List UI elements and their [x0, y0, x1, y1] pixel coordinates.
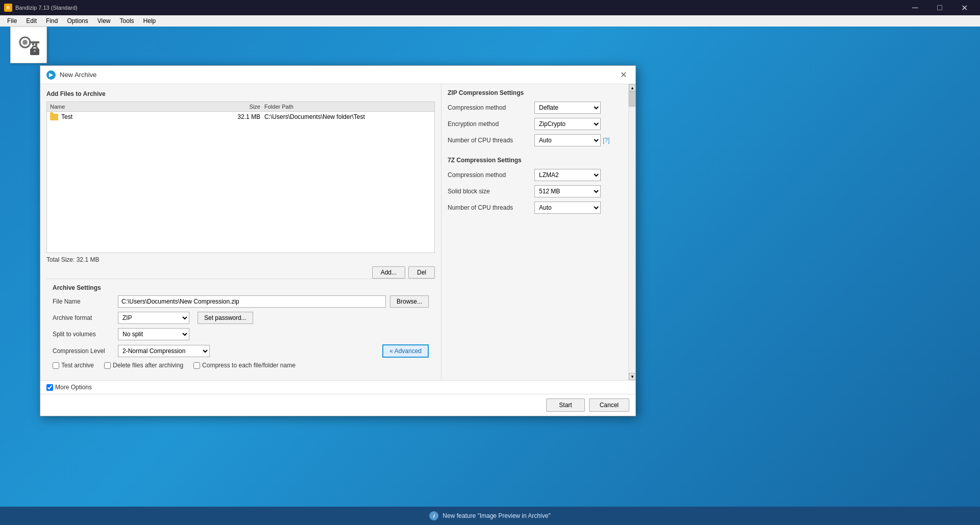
scroll-up-arrow[interactable]: ▲ — [629, 84, 635, 91]
add-files-section-title: Add Files to Archive — [46, 90, 435, 97]
close-window-button[interactable]: ✕ — [952, 0, 976, 15]
7z-solid-block-label: Solid block size — [448, 188, 534, 195]
file-list-header: Name Size Folder Path — [47, 102, 434, 112]
file-buttons: Add... Del — [46, 266, 435, 279]
dialog-title: New Archive — [60, 71, 96, 79]
cancel-button[interactable]: Cancel — [589, 398, 629, 412]
test-archive-checkbox-item[interactable]: Test archive — [53, 362, 94, 369]
titlebar-left: B Bandizip 7.13 (Standard) — [4, 4, 78, 12]
menu-view[interactable]: View — [93, 16, 115, 26]
split-volumes-label: Split to volumes — [53, 331, 114, 338]
more-options-checkbox[interactable] — [46, 384, 53, 391]
more-options-checkbox-item[interactable]: More Options — [46, 384, 92, 391]
menu-file[interactable]: File — [3, 16, 21, 26]
archive-format-label: Archive format — [53, 314, 114, 321]
app-logo-svg — [16, 32, 41, 58]
zip-cpu-threads-label: Number of CPU threads — [448, 137, 534, 144]
status-icon: i — [429, 511, 438, 520]
file-row[interactable]: Test 32.1 MB C:\Users\Documents\New fold… — [47, 112, 434, 122]
file-size: 32.1 MB — [237, 113, 260, 120]
zip-encryption-method-select[interactable]: ZipCrypto AES-128 AES-256 — [534, 118, 601, 130]
svg-point-7 — [34, 50, 36, 52]
svg-point-1 — [22, 40, 28, 45]
menu-options[interactable]: Options — [63, 16, 92, 26]
menu-edit[interactable]: Edit — [22, 16, 41, 26]
right-panel: ▲ ▼ ZIP Compression Settings Compression… — [442, 84, 635, 380]
zip-section-title: ZIP Compression Settings — [448, 89, 629, 96]
more-options-row: More Options — [40, 380, 635, 394]
compression-level-label: Compression Level — [53, 347, 114, 355]
app-icon: B — [4, 4, 12, 12]
add-button[interactable]: Add... — [372, 266, 405, 279]
delete-files-checkbox-item[interactable]: Delete files after archiving — [104, 362, 183, 369]
file-path: C:\Users\Documents\New folder\Test — [264, 113, 365, 120]
compress-each-label: Compress to each file/folder name — [202, 362, 296, 369]
archive-format-select[interactable]: ZIP 7Z TAR GZ — [118, 312, 189, 324]
filename-label: File Name — [53, 298, 114, 305]
col-header-size: Size — [229, 104, 264, 110]
set-password-button[interactable]: Set password... — [198, 312, 253, 324]
total-size: Total Size: 32.1 MB — [46, 256, 435, 263]
scrollbar-thumb[interactable] — [629, 91, 635, 107]
compress-each-checkbox[interactable] — [193, 362, 200, 369]
svg-rect-3 — [35, 43, 37, 46]
app-logo-area — [10, 27, 47, 63]
left-panel: Add Files to Archive Name Size Folder Pa… — [40, 84, 442, 380]
7z-solid-block-select[interactable]: 512 MB 4 GB 16 GB — [534, 185, 601, 197]
new-archive-dialog: ▶ New Archive ✕ Add Files to Archive Nam… — [40, 65, 636, 416]
zip-cpu-help-link[interactable]: [?] — [603, 137, 609, 144]
checkboxes-row: Test archive Delete files after archivin… — [53, 362, 429, 369]
7z-compression-section: 7Z Compression Settings Compression meth… — [448, 157, 629, 214]
folder-icon — [50, 114, 58, 120]
col-header-name: Name — [50, 104, 229, 110]
status-text: New feature "Image Preview in Archive" — [443, 512, 550, 519]
compression-level-row: Compression Level 2-Normal Compression 0… — [53, 344, 429, 358]
advanced-button[interactable]: « Advanced — [382, 344, 429, 358]
filename-row: File Name Browse... — [53, 295, 429, 308]
compression-level-select[interactable]: 2-Normal Compression 0-No Compression 1-… — [118, 345, 210, 357]
zip-compression-method-select[interactable]: Deflate Store BZIP2 — [534, 102, 601, 114]
maximize-button[interactable]: □ — [928, 0, 951, 15]
menubar: File Edit Find Options View Tools Help — [0, 15, 980, 27]
right-panel-scrollbar[interactable]: ▲ ▼ — [628, 84, 635, 380]
7z-compression-method-select[interactable]: LZMA2 LZMA BZip2 — [534, 169, 601, 181]
zip-encryption-method-label: Encryption method — [448, 120, 534, 128]
file-list-container: Name Size Folder Path Test 32.1 MB — [46, 102, 435, 253]
test-archive-checkbox[interactable] — [53, 362, 59, 369]
statusbar: i New feature "Image Preview in Archive" — [0, 507, 980, 525]
dialog-body: Add Files to Archive Name Size Folder Pa… — [40, 84, 635, 380]
compress-each-checkbox-item[interactable]: Compress to each file/folder name — [193, 362, 296, 369]
dialog-titlebar: ▶ New Archive ✕ — [40, 66, 635, 84]
zip-compression-section: ZIP Compression Settings Compression met… — [448, 89, 629, 146]
svg-rect-2 — [29, 41, 39, 43]
7z-cpu-threads-label: Number of CPU threads — [448, 204, 534, 211]
split-volumes-select[interactable]: No split 1 MB 2 MB — [118, 328, 189, 340]
app-title: Bandizip 7.13 (Standard) — [15, 5, 78, 11]
menu-tools[interactable]: Tools — [116, 16, 138, 26]
menu-find[interactable]: Find — [42, 16, 62, 26]
7z-compression-method-label: Compression method — [448, 171, 534, 179]
minimize-button[interactable]: ─ — [903, 0, 927, 15]
delete-files-label: Delete files after archiving — [113, 362, 183, 369]
archive-settings: Archive Settings File Name Browse... Arc… — [46, 279, 435, 374]
filename-input[interactable] — [118, 295, 386, 308]
dialog-close-button[interactable]: ✕ — [617, 69, 629, 81]
dialog-title-icon: ▶ — [46, 70, 56, 80]
start-button[interactable]: Start — [546, 398, 584, 412]
7z-cpu-threads-select[interactable]: Auto 1 2 4 — [534, 202, 601, 214]
browse-button[interactable]: Browse... — [390, 295, 429, 308]
delete-files-checkbox[interactable] — [104, 362, 111, 369]
scroll-down-arrow[interactable]: ▼ — [629, 373, 635, 380]
zip-encryption-method-row: Encryption method ZipCrypto AES-128 AES-… — [448, 118, 629, 130]
7z-cpu-threads-row: Number of CPU threads Auto 1 2 4 — [448, 202, 629, 214]
7z-section-title: 7Z Compression Settings — [448, 157, 629, 164]
titlebar: B Bandizip 7.13 (Standard) ─ □ ✕ — [0, 0, 980, 15]
zip-cpu-threads-select[interactable]: Auto 1 2 4 — [534, 134, 601, 146]
zip-compression-method-label: Compression method — [448, 104, 534, 111]
menu-help[interactable]: Help — [139, 16, 160, 26]
more-options-label: More Options — [55, 384, 92, 391]
del-button[interactable]: Del — [408, 266, 435, 279]
file-name: Test — [61, 113, 72, 120]
archive-settings-title: Archive Settings — [53, 284, 429, 291]
svg-rect-4 — [32, 43, 34, 45]
